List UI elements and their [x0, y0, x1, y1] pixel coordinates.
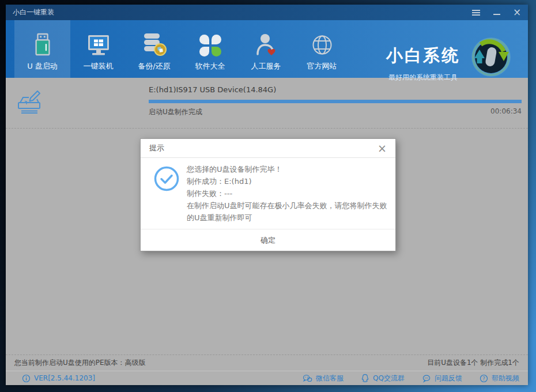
nav-item-usb-boot[interactable]: U 盘启动 — [14, 20, 70, 78]
link-qq-group[interactable]: QQ交流群 — [361, 374, 405, 383]
footer-links: 微信客服 QQ交流群 问题反馈 — [303, 374, 519, 383]
refresh-arrows-logo — [469, 35, 513, 81]
dialog-title: 提示 — [149, 143, 164, 153]
progress-bar — [149, 100, 522, 103]
nav-item-one-click-install[interactable]: 一键装机 — [70, 20, 126, 78]
nav-item-label: 一键装机 — [84, 61, 114, 71]
drive-write-icon — [15, 87, 43, 118]
ok-button[interactable]: 确定 — [241, 232, 295, 248]
person-heart-icon — [255, 31, 278, 56]
link-label: 帮助视频 — [492, 374, 519, 383]
clover-icon — [199, 31, 221, 56]
device-count-text: 目前U盘设备1个 制作完成1个 — [427, 358, 519, 368]
nav-item-official-site[interactable]: 官方网站 — [294, 20, 350, 78]
feedback-bubble-icon — [422, 374, 431, 383]
progress-section: E:(hd1)IS917 USB Device(14.84G) 启动U盘制作完成… — [6, 78, 528, 129]
window-title: 小白一键重装 — [13, 7, 54, 17]
backup-disks-coin-icon — [142, 31, 167, 56]
menu-icon[interactable] — [471, 9, 481, 17]
progress-bar-fill — [149, 100, 522, 103]
monitor-windows-icon — [86, 31, 111, 56]
usb-device-label: E:(hd1)IS917 USB Device(14.84G) — [149, 85, 276, 94]
wechat-icon — [303, 374, 312, 383]
bottom-bar: VER[2.5.44.1203] 微信客服 QQ交流群 — [6, 371, 528, 385]
link-help-video[interactable]: ? 帮助视频 — [480, 374, 519, 383]
link-wechat-service[interactable]: 微信客服 — [303, 374, 344, 383]
dialog-header: 提示 × — [141, 139, 395, 158]
nav-item-human-service[interactable]: 人工服务 — [238, 20, 294, 78]
link-label: QQ交流群 — [373, 374, 405, 383]
nav-item-label: 人工服务 — [251, 61, 281, 71]
pe-version-text: 您当前制作启动U盘使用的PE版本：高级版 — [14, 358, 146, 368]
dialog-body: 您选择的U盘设备制作完毕！ 制作成功：E:(hd1) 制作失败：--- 在制作启… — [141, 158, 395, 229]
dialog-message: 您选择的U盘设备制作完毕！ 制作成功：E:(hd1) 制作失败：--- 在制作启… — [187, 163, 388, 224]
brand-block: 小白系统 最好用的系统重装工具 — [379, 44, 467, 82]
check-circle-icon — [154, 166, 179, 194]
dialog-line: 制作成功：E:(hd1) — [187, 175, 388, 187]
nav-item-label: 官方网站 — [307, 61, 337, 71]
nav-item-software[interactable]: 软件大全 — [182, 20, 238, 78]
svg-text:?: ? — [482, 375, 485, 381]
link-label: 微信客服 — [316, 374, 344, 383]
close-icon[interactable]: × — [513, 9, 521, 17]
alert-dialog: 提示 × 您选择的U盘设备制作完毕！ 制作成功：E:(hd1) 制作失败：---… — [140, 138, 396, 251]
dialog-close-icon[interactable]: × — [378, 143, 387, 154]
nav-item-backup-restore[interactable]: 备份/还原 — [126, 20, 182, 78]
dialog-footer: 确定 — [141, 229, 395, 251]
nav-item-label: 软件大全 — [195, 61, 225, 71]
dialog-line: 在制作启动U盘时可能存在极小几率会失败，请您将制作失败的U盘重新制作即可 — [187, 199, 388, 224]
help-icon: ? — [480, 374, 488, 383]
link-label: 问题反馈 — [435, 374, 462, 383]
dialog-line: 您选择的U盘设备制作完毕！ — [187, 163, 388, 175]
version-info: VER[2.5.44.1203] — [22, 374, 95, 383]
title-bar: 小白一键重装 × — [6, 5, 528, 20]
app-window: 小白一键重装 × U 盘启动 — [6, 5, 528, 385]
status-bar: 您当前制作启动U盘使用的PE版本：高级版 目前U盘设备1个 制作完成1个 — [6, 355, 528, 371]
nav-bar: U 盘启动 一键装机 — [6, 20, 528, 78]
minimize-icon[interactable] — [492, 9, 501, 17]
nav-item-label: 备份/还原 — [138, 61, 170, 71]
usb-drive-icon — [32, 31, 54, 56]
version-text: VER[2.5.44.1203] — [34, 374, 95, 382]
brand-name: 小白系统 — [379, 44, 467, 67]
main-content: 提示 × 您选择的U盘设备制作完毕！ 制作成功：E:(hd1) 制作失败：---… — [6, 129, 528, 355]
globe-icon — [311, 31, 334, 56]
elapsed-time: 00:06:34 — [490, 107, 522, 115]
info-icon — [22, 374, 31, 383]
window-controls: × — [471, 9, 521, 17]
progress-status-text: 启动U盘制作完成 — [149, 107, 202, 117]
nav-item-label: U 盘启动 — [27, 61, 58, 71]
qq-icon — [361, 374, 369, 383]
dialog-line: 制作失败：--- — [187, 187, 388, 199]
link-feedback[interactable]: 问题反馈 — [422, 374, 462, 383]
